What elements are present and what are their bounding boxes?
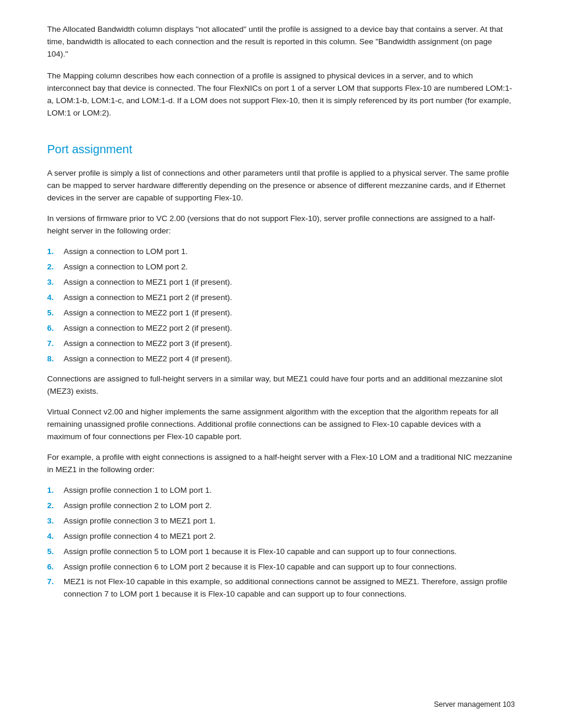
section-para4: Virtual Connect v2.00 and higher impleme… [47,406,515,443]
section-para2: In versions of firmware prior to VC 2.00… [47,213,515,238]
list-item-text: MEZ1 is not Flex-10 capable in this exam… [64,576,515,601]
list-item-num: 7. [47,576,64,588]
list-item: 3.Assign a connection to MEZ1 port 1 (if… [47,276,515,289]
section-para3: Connections are assigned to full-height … [47,373,515,398]
list-item-text: Assign profile connection 6 to LOM port … [64,561,515,574]
list-item-num: 7. [47,338,64,350]
list-item-text: Assign a connection to MEZ2 port 2 (if p… [64,322,515,335]
list-item: 5.Assign a connection to MEZ2 port 1 (if… [47,307,515,319]
list-item: 4.Assign profile connection 4 to MEZ1 po… [47,531,515,543]
list-item-text: Assign profile connection 4 to MEZ1 port… [64,531,515,543]
list-item-num: 6. [47,561,64,574]
list-item-num: 3. [47,515,64,528]
list-item: 1.Assign a connection to LOM port 1. [47,246,515,258]
list-item-num: 8. [47,353,64,365]
list-item-num: 6. [47,322,64,335]
list-item-text: Assign a connection to MEZ2 port 1 (if p… [64,307,515,319]
list-item: 7.MEZ1 is not Flex-10 capable in this ex… [47,576,515,601]
list-item-num: 4. [47,531,64,543]
list-item-text: Assign a connection to MEZ2 port 4 (if p… [64,353,515,365]
list-item: 6.Assign profile connection 6 to LOM por… [47,561,515,574]
list-item: 4.Assign a connection to MEZ1 port 2 (if… [47,292,515,304]
list-item-text: Assign profile connection 1 to LOM port … [64,485,515,497]
footer: Server management 103 [434,699,515,710]
list-item: 8.Assign a connection to MEZ2 port 4 (if… [47,353,515,365]
section-heading: Port assignment [47,140,515,158]
list-item-text: Assign a connection to LOM port 2. [64,261,515,274]
list-item-text: Assign a connection to LOM port 1. [64,246,515,258]
list-item: 5.Assign profile connection 5 to LOM por… [47,546,515,558]
list1: 1.Assign a connection to LOM port 1.2.As… [47,246,515,365]
list-item: 6.Assign a connection to MEZ2 port 2 (if… [47,322,515,335]
list-item-num: 4. [47,292,64,304]
list2: 1.Assign profile connection 1 to LOM por… [47,485,515,601]
intro-para2: The Mapping column describes how each co… [47,70,515,120]
section-para1: A server profile is simply a list of con… [47,167,515,205]
list-item-text: Assign a connection to MEZ1 port 2 (if p… [64,292,515,304]
list-item: 7.Assign a connection to MEZ2 port 3 (if… [47,338,515,350]
list-item-num: 3. [47,276,64,289]
page: The Allocated Bandwidth column displays … [0,0,562,728]
list-item: 2.Assign a connection to LOM port 2. [47,261,515,274]
list-item-text: Assign profile connection 5 to LOM port … [64,546,515,558]
list-item: 1.Assign profile connection 1 to LOM por… [47,485,515,497]
list-item-num: 2. [47,261,64,274]
list-item-num: 2. [47,500,64,512]
list-item-num: 1. [47,246,64,258]
list-item-text: Assign profile connection 2 to LOM port … [64,500,515,512]
list-item-text: Assign profile connection 3 to MEZ1 port… [64,515,515,528]
list-item: 3.Assign profile connection 3 to MEZ1 po… [47,515,515,528]
list-item: 2.Assign profile connection 2 to LOM por… [47,500,515,512]
section-para5: For example, a profile with eight connec… [47,452,515,476]
list-item-text: Assign a connection to MEZ1 port 1 (if p… [64,276,515,289]
list-item-num: 5. [47,546,64,558]
intro-para1: The Allocated Bandwidth column displays … [47,24,515,61]
list-item-num: 5. [47,307,64,319]
list-item-num: 1. [47,485,64,497]
list-item-text: Assign a connection to MEZ2 port 3 (if p… [64,338,515,350]
